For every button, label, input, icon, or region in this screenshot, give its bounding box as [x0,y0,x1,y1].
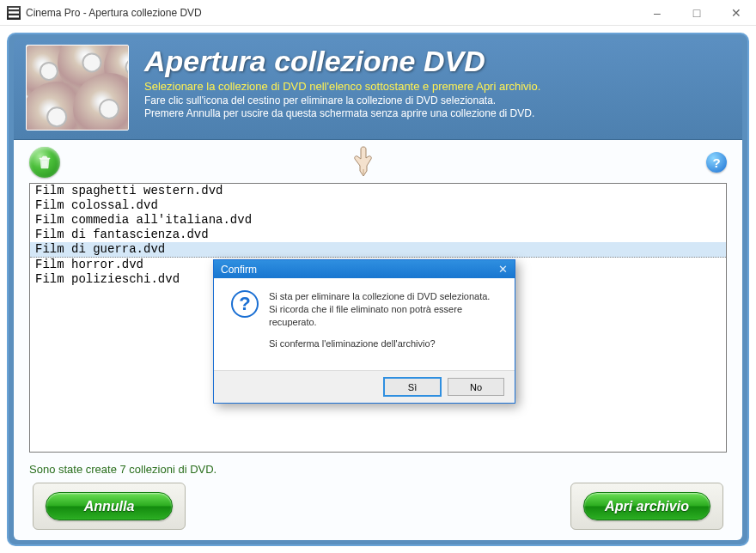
header-subtitle-3: Premere Annulla per uscire da questa sch… [144,107,540,119]
window-title: Cinema Pro - Apertura collezione DVD [26,7,637,19]
dialog-title: Confirm [221,264,257,276]
help-icon: ? [712,155,720,170]
dialog-yes-button[interactable]: Sì [384,378,441,396]
dialog-titlebar: Confirm ✕ [214,260,515,278]
dialog-close-button[interactable]: ✕ [498,263,508,276]
minimize-button[interactable]: – [637,0,677,26]
list-item[interactable]: Film spaghetti western.dvd [30,184,726,198]
question-icon: ? [231,290,259,318]
open-button-wrap: Apri archivio [570,483,723,530]
cancel-button-wrap: Annulla [33,483,186,530]
dvd-collage-image [26,45,129,131]
list-item[interactable]: Film colossal.dvd [30,198,726,213]
cancel-button[interactable]: Annulla [46,492,173,520]
list-item[interactable]: Film di guerra.dvd [30,242,726,258]
help-button[interactable]: ? [706,152,727,173]
list-item[interactable]: Film di fantascienza.dvd [30,228,726,242]
dialog-message-2: Si conferma l'eliminazione dell'archivio… [269,337,497,350]
dialog-button-row: Sì No [214,370,515,403]
maximize-button[interactable]: □ [677,0,716,26]
window-titlebar: Cinema Pro - Apertura collezione DVD – □… [0,0,756,26]
page-title: Apertura collezione DVD [144,45,540,78]
close-button[interactable]: ✕ [716,0,756,26]
dialog-message-1: Si sta per eliminare la collezione di DV… [269,290,497,329]
header-text: Apertura collezione DVD Selezionare la c… [144,45,540,120]
list-item[interactable]: Film commedia all'italiana.dvd [30,213,726,228]
bottom-button-bar: Annulla Apri archivio [29,476,727,530]
toolbar: ? [29,147,727,178]
header-panel: Apertura collezione DVD Selezionare la c… [14,40,742,140]
header-subtitle-2: Fare clic sull'icona del cestino per eli… [144,94,540,106]
dialog-text: Si sta per eliminare la collezione di DV… [269,290,497,358]
app-icon [7,6,21,20]
status-text: Sono state create 7 collezioni di DVD. [29,463,727,476]
delete-button[interactable] [29,147,60,178]
trash-icon [39,155,51,169]
hand-pointing-icon [348,143,379,181]
dialog-body: ? Si sta per eliminare la collezione di … [214,278,515,370]
confirm-dialog: Confirm ✕ ? Si sta per eliminare la coll… [213,259,515,404]
dialog-no-button[interactable]: No [448,378,504,396]
open-archive-button[interactable]: Apri archivio [583,492,710,520]
header-subtitle-1: Selezionare la collezione di DVD nell'el… [144,80,540,93]
